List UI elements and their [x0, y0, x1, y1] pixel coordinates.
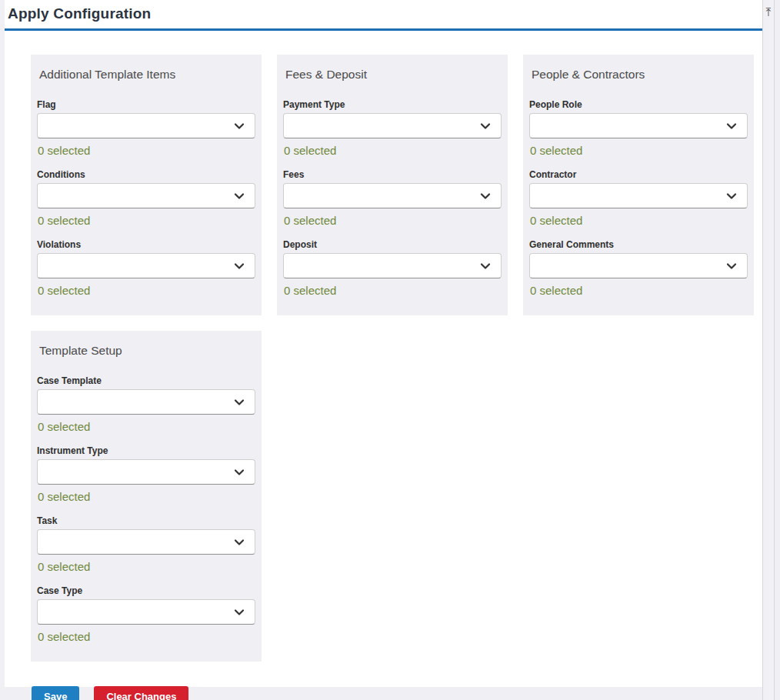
select-people-role[interactable]	[529, 113, 748, 138]
select-conditions[interactable]	[37, 183, 255, 208]
field-group-deposit: Deposit 0 selected	[283, 239, 502, 298]
main-panel: Apply Configuration Additional Template …	[5, 0, 769, 687]
chevron-down-icon	[233, 606, 245, 618]
chevron-down-icon	[725, 260, 738, 272]
chevron-down-icon	[233, 120, 245, 132]
card-title: Fees & Deposit	[285, 67, 502, 82]
page-header: Apply Configuration	[5, 0, 769, 31]
selected-count: 0 selected	[284, 144, 502, 158]
field-label: People Role	[529, 99, 748, 111]
card-template-setup: Template Setup Case Template 0 selected …	[31, 331, 262, 662]
card-fields: Case Template 0 selected Instrument Type…	[37, 375, 255, 644]
field-group-general-comments: General Comments 0 selected	[529, 239, 748, 298]
actions-bar: Save Clear Changes	[5, 662, 769, 700]
select-fees[interactable]	[283, 183, 502, 208]
field-label: General Comments	[529, 239, 748, 251]
cards-container: Additional Template Items Flag 0 selecte…	[5, 31, 754, 662]
select-task[interactable]	[37, 529, 255, 555]
save-button[interactable]: Save	[32, 686, 79, 700]
chevron-down-icon	[233, 396, 245, 408]
chevron-down-icon	[233, 466, 245, 478]
chevron-down-icon	[725, 120, 738, 132]
field-label: Task	[37, 515, 255, 527]
select-contractor[interactable]	[529, 183, 748, 208]
card-title: Template Setup	[39, 343, 255, 358]
card-title: People & Contractors	[532, 67, 748, 82]
select-payment-type[interactable]	[283, 113, 502, 138]
field-label: Case Template	[37, 375, 255, 387]
field-label: Payment Type	[283, 99, 502, 111]
clear-changes-button[interactable]: Clear Changes	[94, 686, 188, 700]
selected-count: 0 selected	[38, 560, 255, 574]
selected-count: 0 selected	[530, 284, 748, 298]
selected-count: 0 selected	[530, 214, 748, 228]
field-label: Flag	[37, 99, 255, 111]
select-case-template[interactable]	[37, 389, 255, 415]
selected-count: 0 selected	[38, 490, 255, 504]
selected-count: 0 selected	[38, 144, 255, 158]
field-label: Deposit	[283, 239, 502, 251]
page-title: Apply Configuration	[8, 4, 762, 24]
card-fees-deposit: Fees & Deposit Payment Type 0 selected F…	[277, 55, 508, 315]
select-general-comments[interactable]	[529, 253, 748, 278]
chevron-down-icon	[233, 190, 245, 202]
selected-count: 0 selected	[284, 214, 502, 228]
chevron-down-icon	[233, 536, 245, 548]
field-group-flag: Flag 0 selected	[37, 99, 255, 158]
field-group-violations: Violations 0 selected	[37, 239, 255, 298]
scrollbar-track[interactable]: ⤒	[762, 0, 775, 700]
field-label: Case Type	[37, 585, 255, 597]
field-label: Fees	[283, 169, 502, 181]
chevron-down-icon	[479, 190, 492, 202]
field-label: Instrument Type	[37, 445, 255, 457]
scroll-to-top-icon[interactable]: ⤒	[763, 5, 774, 20]
selected-count: 0 selected	[38, 420, 255, 434]
selected-count: 0 selected	[284, 284, 502, 298]
select-case-type[interactable]	[37, 599, 255, 625]
field-group-payment-type: Payment Type 0 selected	[283, 99, 502, 158]
field-group-task: Task 0 selected	[37, 515, 255, 574]
chevron-down-icon	[725, 190, 738, 202]
field-group-instrument-type: Instrument Type 0 selected	[37, 445, 255, 504]
chevron-down-icon	[233, 260, 245, 272]
viewport: Apply Configuration Additional Template …	[0, 0, 780, 700]
chevron-down-icon	[479, 120, 492, 132]
card-fields: Flag 0 selected Conditions 0 selected Vi…	[37, 99, 255, 298]
selected-count: 0 selected	[38, 214, 255, 228]
card-additional-template-items: Additional Template Items Flag 0 selecte…	[31, 55, 262, 315]
card-fields: Payment Type 0 selected Fees 0 selected …	[283, 99, 502, 298]
field-group-case-template: Case Template 0 selected	[37, 375, 255, 434]
select-violations[interactable]	[37, 253, 255, 278]
select-deposit[interactable]	[283, 253, 502, 278]
chevron-down-icon	[479, 260, 492, 272]
field-group-fees: Fees 0 selected	[283, 169, 502, 228]
card-people-contractors: People & Contractors People Role 0 selec…	[523, 55, 754, 315]
field-group-conditions: Conditions 0 selected	[37, 169, 255, 228]
selected-count: 0 selected	[530, 144, 748, 158]
field-label: Conditions	[37, 169, 255, 181]
card-fields: People Role 0 selected Contractor 0 sele…	[529, 99, 748, 298]
field-group-contractor: Contractor 0 selected	[529, 169, 748, 228]
select-instrument-type[interactable]	[37, 459, 255, 485]
card-title: Additional Template Items	[39, 67, 255, 82]
field-group-case-type: Case Type 0 selected	[37, 585, 255, 644]
selected-count: 0 selected	[38, 630, 255, 644]
field-group-people-role: People Role 0 selected	[529, 99, 748, 158]
select-flag[interactable]	[37, 113, 255, 138]
field-label: Violations	[37, 239, 255, 251]
field-label: Contractor	[529, 169, 748, 181]
selected-count: 0 selected	[38, 284, 255, 298]
